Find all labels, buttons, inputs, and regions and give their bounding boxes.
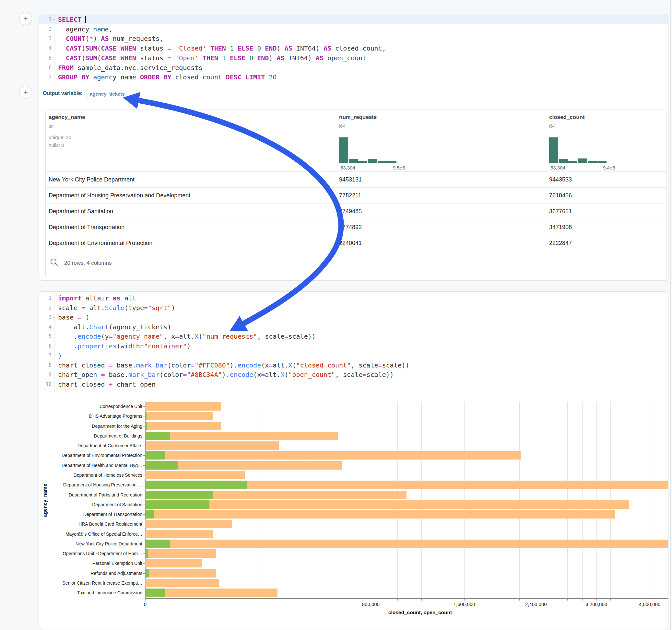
y-axis-label: Department of Buildings: [39, 433, 142, 438]
x-tick: [567, 598, 568, 601]
gridline: [371, 402, 371, 598]
x-tick: [484, 598, 484, 601]
page-right-edge: [670, 0, 671, 630]
bar-closed-count: [145, 432, 338, 440]
table-cell-agency-name: Department of Housing Preservation and D…: [49, 188, 190, 203]
gridline: [637, 402, 637, 598]
x-tick: [371, 598, 371, 601]
x-tick: [422, 598, 422, 601]
y-axis-label: Correspondence Unit: [39, 404, 142, 409]
y-tick: [143, 495, 145, 495]
bar-open-count: [145, 510, 154, 518]
x-tick: [258, 598, 258, 601]
bar-closed-count: [145, 549, 216, 558]
gridline: [650, 402, 650, 598]
table-bottom-border: [46, 251, 667, 267]
bar-open-count: [145, 481, 247, 489]
y-tick: [143, 406, 145, 407]
code-line[interactable]: 7GROUP BY agency_name ORDER BY closed_co…: [39, 72, 668, 82]
histogram-bar: [597, 161, 606, 163]
gridline: [662, 402, 662, 598]
x-tick-label: 3,200,000: [574, 602, 619, 607]
add-cell-button[interactable]: +: [19, 12, 32, 25]
table-cell-num-requests: 3749485: [339, 203, 362, 219]
bar-closed-count: [145, 441, 279, 450]
line-number: 2: [39, 24, 51, 34]
code-line[interactable]: 5 CAST(SUM(CASE WHEN status = 'Open' THE…: [39, 53, 668, 63]
gridline: [444, 402, 444, 598]
y-axis-label: Department of Housing Preservation …: [39, 482, 142, 487]
x-tick: [610, 598, 611, 601]
bar-open-count: [145, 491, 213, 499]
bar-open-count: [145, 500, 210, 509]
code-line[interactable]: 2 agency_name,: [39, 24, 668, 34]
y-axis-label: HRA Benefit Card Replacement: [39, 522, 142, 527]
divider: [39, 88, 668, 88]
x-tick: [444, 598, 444, 601]
code-line[interactable]: 6FROM sample_data.nyc.service_requests: [39, 63, 668, 73]
y-axis-label: DHS Advantage Programs: [39, 413, 142, 419]
bar-open-count: [145, 539, 170, 548]
bar-closed-count: [145, 579, 219, 587]
x-tick: [145, 598, 146, 601]
code-line[interactable]: 1⌄SELECT: [39, 15, 668, 24]
line-number: 6: [39, 63, 51, 73]
bar-closed-count: [145, 412, 213, 420]
bar-open-count: [145, 432, 170, 440]
gridline: [398, 402, 398, 598]
table-cell-closed-count: 2222847: [549, 235, 572, 251]
y-tick: [143, 465, 145, 466]
y-axis-label: Department of Sanitation: [39, 502, 142, 507]
code-text: FROM sample_data.nyc.service_requests: [58, 63, 202, 73]
gridline: [341, 402, 341, 598]
bar-open-count: [145, 412, 146, 420]
gridline: [484, 402, 484, 598]
table-row: Department of Transportation377489234719…: [46, 219, 667, 235]
x-tick: [552, 598, 552, 601]
x-tick: [597, 598, 597, 601]
x-tick: [637, 598, 637, 601]
y-axis-label: New York City Police Department: [39, 541, 142, 547]
table-cell-closed-count: 9443533: [549, 172, 572, 188]
chart: closed_count, open_count agency_name 080…: [39, 292, 668, 629]
histogram-bar: [549, 138, 558, 163]
code-line[interactable]: 3 COUNT(*) AS num_requests,: [39, 34, 668, 43]
bar-closed-count: [145, 402, 221, 411]
line-number: 3: [39, 34, 51, 43]
bar-open-count: [145, 569, 149, 578]
x-tick: [464, 598, 464, 601]
line-number: 5: [39, 53, 51, 63]
bar-closed-count: [145, 530, 213, 538]
table-row: Department of Environmental Protection22…: [46, 235, 667, 251]
histogram-bar: [559, 159, 568, 163]
y-tick: [143, 593, 145, 593]
y-axis-label: Department of Parks and Recreation: [39, 492, 142, 498]
table-cell-agency-name: New York City Police Department: [49, 172, 135, 188]
gridline: [610, 402, 611, 598]
x-tick-label: 2,400,000: [513, 602, 558, 607]
code-line[interactable]: 4 CAST(SUM(CASE WHEN status = 'Closed' T…: [39, 43, 668, 53]
y-axis-label: Personal Exemption Unit: [39, 561, 142, 566]
y-tick: [143, 583, 145, 583]
add-cell-button[interactable]: +: [19, 86, 32, 99]
table-cell-num-requests: 2240041: [339, 235, 362, 251]
python-cell: 1import altair as alt2scale = alt.Scale(…: [39, 291, 668, 629]
bar-closed-count: [145, 451, 521, 460]
y-tick: [143, 563, 145, 563]
table-row: New York City Police Department945313194…: [46, 171, 667, 188]
table-cell-num-requests: 9453131: [339, 172, 362, 188]
histogram-bar: [358, 161, 367, 163]
gridline: [258, 402, 258, 598]
table-row-count: 20 rows, 4 columns: [64, 260, 112, 266]
output-variable-pill[interactable]: agency_tickets: [87, 89, 126, 99]
y-tick: [143, 534, 145, 534]
bar-open-count: [145, 588, 165, 597]
search-icon[interactable]: [50, 258, 58, 266]
table-cell-closed-count: 3471908: [549, 219, 572, 235]
x-tick-label: 800,000: [348, 602, 393, 607]
gridline: [624, 402, 624, 598]
x-axis-title: closed_count, open_count: [355, 610, 485, 615]
gridline: [519, 402, 520, 598]
x-tick: [305, 598, 305, 601]
bar-open-count: [145, 549, 148, 558]
